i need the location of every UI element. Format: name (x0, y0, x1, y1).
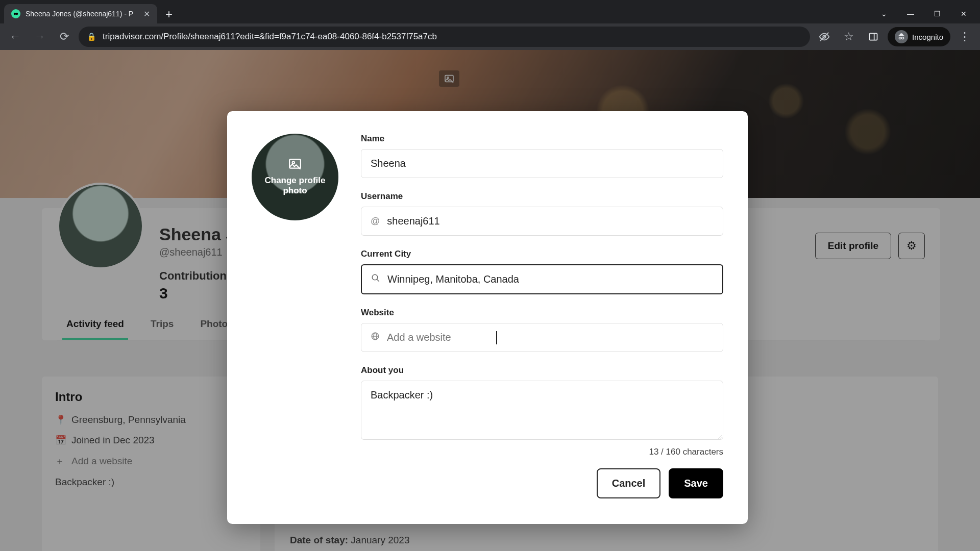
window-controls: ⌄ — ❐ ✕ (872, 4, 980, 23)
tab-strip: Sheena Jones (@sheenaj611) - P ✕ + ⌄ — ❐… (0, 0, 980, 23)
svg-point-1 (16, 13, 18, 15)
city-input-wrap[interactable] (361, 264, 723, 294)
chevron-down-icon[interactable]: ⌄ (872, 6, 896, 21)
username-input-wrap[interactable]: @ (361, 207, 723, 236)
svg-line-13 (377, 279, 379, 282)
edit-profile-modal: Change profile photo Name Username @ Cur… (227, 111, 748, 524)
incognito-label: Incognito (912, 33, 943, 41)
browser-toolbar: ← → ⟳ 🔒 tripadvisor.com/Profile/sheenaj6… (0, 23, 980, 50)
close-tab-icon[interactable]: ✕ (143, 9, 150, 19)
globe-icon (371, 332, 380, 343)
text-cursor (496, 331, 497, 344)
cancel-button[interactable]: Cancel (597, 468, 661, 498)
about-field-label: About you (361, 365, 723, 375)
kebab-menu-icon[interactable]: ⋮ (954, 27, 975, 47)
city-field-label: Current City (361, 249, 723, 259)
back-button[interactable]: ← (5, 27, 26, 47)
about-textarea[interactable] (361, 381, 723, 440)
website-field-label: Website (361, 308, 723, 318)
city-input[interactable] (387, 265, 713, 293)
new-tab-button[interactable]: + (157, 7, 181, 23)
browser-tab[interactable]: Sheena Jones (@sheenaj611) - P ✕ (4, 4, 157, 23)
username-input[interactable] (387, 207, 714, 235)
bookmark-star-icon[interactable]: ☆ (839, 27, 859, 47)
character-count: 13 / 160 characters (361, 447, 723, 457)
website-input[interactable] (387, 323, 714, 352)
website-input-wrap[interactable] (361, 323, 723, 352)
image-icon (288, 158, 302, 172)
change-profile-photo-button[interactable]: Change profile photo (252, 134, 338, 220)
svg-point-6 (899, 37, 901, 39)
reload-button[interactable]: ⟳ (54, 27, 75, 47)
forward-button: → (30, 27, 50, 47)
incognito-chip[interactable]: Incognito (888, 27, 950, 46)
svg-point-11 (292, 161, 295, 163)
svg-rect-4 (870, 33, 877, 40)
incognito-eye-icon[interactable] (814, 27, 835, 47)
minimize-icon[interactable]: — (898, 6, 923, 21)
save-button[interactable]: Save (669, 468, 723, 498)
page-viewport: Sheena J @sheenaj611 Contributions 3 Edi… (0, 50, 980, 551)
change-photo-label: Change profile photo (259, 176, 330, 196)
name-input[interactable] (361, 149, 723, 178)
incognito-hat-icon (895, 30, 908, 43)
username-field-label: Username (361, 191, 723, 202)
url-text: tripadvisor.com/Profile/sheenaj611?edit=… (103, 32, 437, 42)
lock-icon: 🔒 (87, 32, 96, 41)
close-window-icon[interactable]: ✕ (951, 6, 976, 21)
svg-point-0 (14, 13, 16, 15)
side-panel-icon[interactable] (863, 27, 884, 47)
address-bar[interactable]: 🔒 tripadvisor.com/Profile/sheenaj611?edi… (79, 27, 810, 47)
svg-point-7 (902, 37, 904, 39)
at-icon: @ (371, 216, 380, 227)
maximize-icon[interactable]: ❐ (925, 6, 949, 21)
favicon-icon (11, 9, 20, 18)
name-field-label: Name (361, 134, 723, 144)
search-icon (371, 273, 380, 285)
tab-title: Sheena Jones (@sheenaj611) - P (26, 10, 138, 18)
svg-point-12 (372, 274, 378, 280)
